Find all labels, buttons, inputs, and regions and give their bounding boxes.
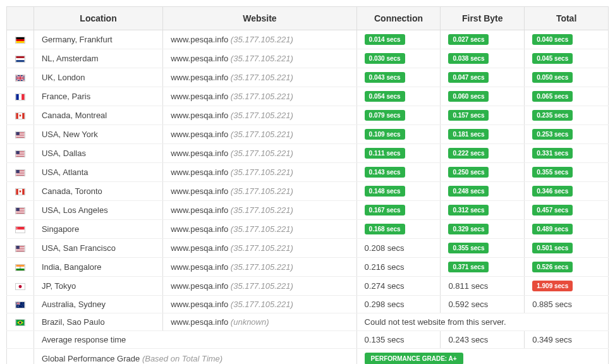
svg-rect-66 xyxy=(16,212,24,212)
total-cell: 0.501 secs xyxy=(525,239,609,258)
connection-cell: 0.079 secs xyxy=(356,106,441,125)
total-cell: 0.457 secs xyxy=(525,201,609,220)
location-cell: UK, London xyxy=(33,68,162,87)
website-cell: www.pesqa.info (35.177.105.221) xyxy=(163,144,356,163)
connection-cell: 0.143 secs xyxy=(356,163,441,182)
flag-cell xyxy=(7,258,34,277)
svg-rect-83 xyxy=(16,249,24,250)
svg-rect-56 xyxy=(16,189,18,195)
first-byte-cell: 0.250 secs xyxy=(441,163,525,182)
table-row: NL, Amsterdamwww.pesqa.info (35.177.105.… xyxy=(7,49,609,68)
header-connection[interactable]: Connection xyxy=(356,7,441,30)
svg-rect-39 xyxy=(16,156,24,157)
timing-badge: 0.355 secs xyxy=(448,243,489,253)
timing-badge: 0.027 secs xyxy=(448,34,489,45)
timing-badge: 0.157 secs xyxy=(448,110,489,121)
header-website[interactable]: Website xyxy=(163,7,356,30)
first-byte-cell: 0.060 secs xyxy=(441,87,525,106)
svg-rect-40 xyxy=(16,151,19,154)
svg-rect-73 xyxy=(16,230,24,233)
timing-badge: 1.909 secs xyxy=(532,281,573,291)
table-row: USA, Los Angeleswww.pesqa.info (35.177.1… xyxy=(7,201,609,220)
first-byte-cell: 0.181 secs xyxy=(441,125,525,144)
table-row: Canada, Montrealwww.pesqa.info (35.177.1… xyxy=(7,106,609,125)
first-byte-cell: 0.038 secs xyxy=(441,49,525,68)
flag-us-icon xyxy=(15,167,25,177)
timing-badge: 0.043 secs xyxy=(365,72,405,83)
svg-rect-7 xyxy=(16,94,18,100)
flag-nl-icon xyxy=(15,54,25,63)
total-cell: 0.235 secs xyxy=(525,106,609,125)
flag-us-icon xyxy=(15,130,25,139)
first-byte-cell: 0.312 secs xyxy=(441,201,525,220)
location-cell: Canada, Toronto xyxy=(33,182,162,201)
avg-label: Average response time xyxy=(33,331,356,349)
first-byte-cell: 0.157 secs xyxy=(441,106,525,125)
grade-label: Global Performance Grade (Based on Total… xyxy=(33,349,356,365)
flag-jp-icon xyxy=(15,281,25,291)
flag-gb-icon xyxy=(15,73,25,82)
table-row: Canada, Torontowww.pesqa.info (35.177.10… xyxy=(7,182,609,201)
timing-badge: 0.060 secs xyxy=(448,91,489,102)
timing-badge: 0.222 secs xyxy=(448,148,489,159)
location-cell: Australia, Sydney xyxy=(33,296,162,313)
location-cell: USA, San Francisco xyxy=(33,239,162,258)
header-first-byte[interactable]: First Byte xyxy=(441,7,525,30)
flag-cell xyxy=(7,277,34,296)
website-cell: www.pesqa.info (35.177.105.221) xyxy=(163,296,356,313)
timing-badge: 0.346 secs xyxy=(532,186,573,197)
svg-rect-90 xyxy=(16,265,24,267)
header-total[interactable]: Total xyxy=(525,7,609,30)
total-cell: 0.065 secs xyxy=(525,87,609,106)
website-cell: www.pesqa.info (35.177.105.221) xyxy=(163,277,356,296)
svg-point-75 xyxy=(17,228,19,229)
timing-badge: 0.030 secs xyxy=(365,53,405,64)
location-cell: USA, Atlanta xyxy=(33,163,162,182)
svg-point-102 xyxy=(22,306,23,307)
website-cell: www.pesqa.info (35.177.105.221) xyxy=(163,182,356,201)
avg-first-byte: 0.243 secs xyxy=(441,331,525,349)
error-message-cell: Could not test website from this server. xyxy=(356,313,608,331)
svg-rect-54 xyxy=(16,170,19,173)
flag-us-icon xyxy=(15,149,25,158)
connection-cell: 0.054 secs xyxy=(356,87,441,106)
svg-rect-88 xyxy=(16,251,24,252)
flag-cell xyxy=(7,87,34,106)
flag-cell xyxy=(7,125,34,144)
first-byte-cell: 0.371 secs xyxy=(441,258,525,277)
svg-rect-4 xyxy=(16,58,24,60)
first-byte-cell: 0.027 secs xyxy=(441,30,525,49)
table-row: India, Bangalorewww.pesqa.info (35.177.1… xyxy=(7,258,609,277)
website-cell: www.pesqa.info (35.177.105.221) xyxy=(163,201,356,220)
timing-badge: 0.050 secs xyxy=(532,72,573,83)
svg-rect-36 xyxy=(16,155,24,155)
location-cell: France, Paris xyxy=(33,87,162,106)
svg-rect-87 xyxy=(16,251,24,252)
table-row: USA, Dallaswww.pesqa.info (35.177.105.22… xyxy=(7,144,609,163)
svg-rect-70 xyxy=(16,213,24,214)
timing-badge: 0.045 secs xyxy=(532,53,573,64)
location-cell: NL, Amsterdam xyxy=(33,49,162,68)
svg-point-104 xyxy=(19,322,21,324)
svg-rect-57 xyxy=(22,189,24,195)
timing-badge: 0.253 secs xyxy=(532,129,573,140)
connection-cell: 0.030 secs xyxy=(356,49,441,68)
svg-rect-50 xyxy=(16,174,24,174)
svg-rect-34 xyxy=(16,154,24,155)
first-byte-cell: 0.248 secs xyxy=(441,182,525,201)
first-byte-cell: 0.222 secs xyxy=(441,144,525,163)
location-cell: USA, Los Angeles xyxy=(33,201,162,220)
timing-badge: 0.501 secs xyxy=(532,243,573,253)
location-cell: India, Bangalore xyxy=(33,258,162,277)
timing-badge: 0.250 secs xyxy=(448,167,489,178)
header-location[interactable]: Location xyxy=(33,7,162,30)
timing-badge: 0.047 secs xyxy=(448,72,489,83)
website-cell: www.pesqa.info (35.177.105.221) xyxy=(163,163,356,182)
svg-rect-67 xyxy=(16,212,24,212)
flag-us-icon xyxy=(15,205,25,215)
flag-cell xyxy=(7,220,34,239)
svg-point-99 xyxy=(22,303,23,303)
first-byte-cell: 0.047 secs xyxy=(441,68,525,87)
svg-rect-37 xyxy=(16,155,24,156)
website-cell: www.pesqa.info (unknown) xyxy=(163,313,356,331)
